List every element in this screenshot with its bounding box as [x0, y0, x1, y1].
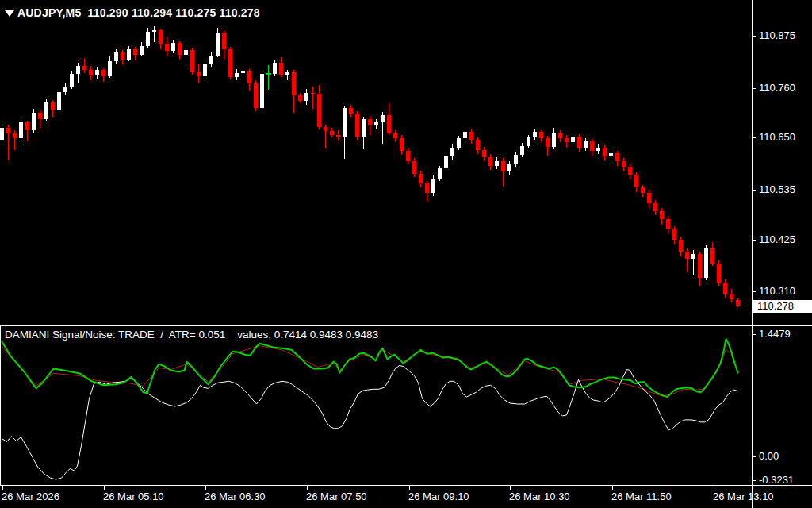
indicator-axis-tick [752, 334, 756, 335]
candle-body [368, 119, 372, 124]
candle-body [349, 108, 353, 114]
candle-body [95, 70, 99, 75]
candle-body [457, 138, 461, 147]
candle-body [38, 113, 42, 120]
mt4-chart-window: AUDJPY,M5 110.290 110.294 110.275 110.27… [0, 0, 812, 508]
candle-body [723, 283, 727, 294]
candle-body [6, 128, 10, 133]
candle-body [311, 93, 315, 94]
candle-body [89, 70, 93, 75]
candle-body [0, 128, 4, 140]
candle-body [628, 167, 632, 175]
candle-body [70, 74, 74, 86]
candle-body [666, 219, 670, 229]
damiani-indicator-pane[interactable] [0, 326, 752, 485]
candle-body [533, 132, 537, 137]
candle-body [146, 32, 150, 45]
candle-body [108, 61, 112, 75]
candle-body [444, 156, 448, 168]
candle-body [44, 102, 48, 120]
time-axis-tick [104, 486, 105, 490]
candle-body [343, 108, 347, 136]
candle-body [51, 102, 55, 110]
time-axis-tick [714, 486, 714, 490]
candle-body [508, 164, 511, 171]
candle-body [584, 141, 588, 148]
damiani-noise-line [2, 366, 738, 480]
time-axis-label: 26 Mar 05:10 [103, 491, 164, 502]
candle-body [222, 33, 226, 49]
candle-body [127, 49, 131, 60]
candle-body [514, 155, 518, 164]
candle-body [558, 133, 562, 139]
time-axis-label: 26 Mar 06:30 [205, 491, 266, 502]
current-price-badge: 110.278 [753, 300, 812, 313]
indicator-title: DAMIANI Signal/Noise: TRADE / ATR= 0.051… [5, 329, 378, 341]
candle-body [596, 148, 600, 152]
candle-body [463, 132, 467, 138]
candle-body [32, 113, 36, 130]
candle-body [603, 148, 607, 156]
candle-body [102, 70, 105, 75]
candlestick-chart-pane[interactable] [0, 0, 752, 325]
candle-body [247, 71, 251, 83]
time-axis-label: 26 Mar 07:50 [306, 491, 367, 502]
candle-body [13, 133, 17, 138]
candle-body [482, 150, 486, 157]
candle-body [190, 50, 194, 71]
time-axis-label: 26 Mar 2026 [2, 491, 59, 502]
candle-body [171, 43, 175, 51]
indicator-axis-tick [752, 456, 756, 457]
candle-body [672, 229, 676, 239]
candle-body [590, 141, 594, 152]
candle-body [63, 87, 67, 92]
candle-body [381, 115, 385, 122]
candle-body [495, 161, 499, 166]
candle-body [552, 133, 556, 147]
candle-body [717, 264, 721, 283]
window-marker-icon[interactable] [5, 10, 14, 17]
candle-body [450, 148, 454, 156]
price-axis-label: 110.760 [759, 82, 795, 94]
candle-body [615, 153, 619, 161]
candle-body [336, 135, 340, 137]
candle-body [19, 122, 23, 137]
candle-body [647, 193, 651, 203]
candle-body [469, 132, 473, 140]
ohlc-quote-label: 110.290 110.294 110.275 110.278 [88, 6, 260, 19]
candle-body [330, 131, 334, 135]
candle-body [609, 153, 613, 156]
candle-body [260, 74, 264, 108]
candle-body [710, 248, 714, 264]
symbol-timeframe-label: AUDJPY,M5 [17, 6, 81, 19]
price-axis-label: 110.875 [759, 29, 795, 41]
candle-body [76, 66, 80, 74]
candle-body [133, 49, 137, 55]
title-spacer [81, 6, 87, 19]
price-axis-label: 110.425 [759, 233, 795, 245]
candle-body [235, 73, 239, 77]
candle-body [374, 122, 378, 125]
candle-body [704, 248, 708, 278]
candle-body [209, 56, 213, 64]
price-axis-tick [752, 137, 756, 138]
time-axis-tick [409, 486, 410, 490]
price-axis-tick [752, 88, 756, 89]
price-axis-label: 110.310 [759, 285, 795, 297]
candle-body [241, 71, 245, 73]
candle-body [216, 33, 220, 55]
time-axis-tick [205, 486, 206, 490]
time-axis-line [0, 485, 812, 486]
candle-body [641, 187, 645, 193]
time-axis-label: 26 Mar 10:30 [509, 491, 570, 502]
candle-body [197, 72, 201, 76]
candle-body [546, 138, 550, 146]
price-axis-line [752, 0, 753, 508]
candle-body [152, 30, 156, 33]
time-axis-tick [2, 486, 3, 490]
price-axis-label: 110.650 [759, 131, 795, 143]
candle-body [285, 72, 289, 75]
candle-body [412, 161, 416, 174]
candle-body [736, 300, 740, 306]
price-axis-tick [752, 36, 756, 37]
